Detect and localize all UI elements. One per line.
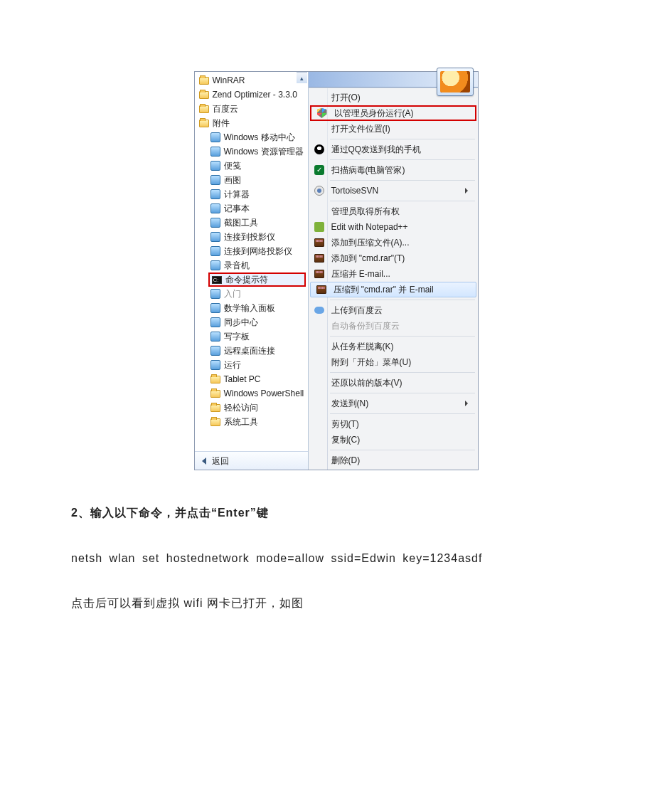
after-command-text: 点击后可以看到虚拟 wifi 网卡已打开，如图 — [71, 596, 601, 611]
program-item-label: Tablet PC — [224, 375, 261, 383]
start-menu-user-strip — [309, 72, 478, 88]
program-item[interactable]: 计算器 — [197, 187, 308, 201]
rar-icon — [311, 253, 327, 264]
program-item[interactable]: 写字板 — [197, 329, 308, 344]
program-item[interactable]: 连接到投影仪 — [197, 230, 308, 244]
context-menu-item[interactable]: 管理员取得所有权 — [309, 203, 478, 219]
app-icon — [210, 217, 221, 228]
context-menu-separator — [330, 159, 475, 160]
context-menu-item-label: 添加到 "cmd.rar"(T) — [331, 254, 468, 263]
step-2-heading: 2、输入以下命令，并点击“Enter”键 — [71, 506, 601, 521]
program-item[interactable]: 便笺 — [197, 159, 308, 173]
qq-icon — [311, 144, 327, 155]
program-item-label: 入门 — [224, 290, 241, 298]
context-menu-item[interactable]: 还原以前的版本(V) — [309, 375, 478, 391]
program-item[interactable]: WinRAR — [197, 73, 308, 88]
context-menu-item-label: 打开文件位置(I) — [331, 125, 468, 133]
program-item-label: 同步中心 — [224, 318, 258, 327]
npp-icon — [311, 221, 327, 233]
user-avatar[interactable] — [437, 68, 474, 96]
context-menu-item[interactable]: 添加到 "cmd.rar"(T) — [309, 250, 478, 266]
rar-icon — [311, 268, 327, 280]
context-menu-item[interactable]: 通过QQ发送到我的手机 — [309, 142, 478, 157]
context-menu-item[interactable]: 发送到(N) — [309, 396, 478, 411]
shield-icon — [314, 107, 330, 119]
program-item[interactable]: 轻松访问 — [197, 401, 308, 415]
program-item[interactable]: 附件 — [197, 116, 308, 130]
program-item[interactable]: 记事本 — [197, 201, 308, 216]
program-item[interactable]: 入门 — [197, 287, 308, 301]
program-item-label: 命令提示符 — [225, 275, 268, 284]
context-menu-separator — [330, 450, 475, 450]
folder-icon — [198, 75, 210, 86]
folder-icon — [198, 103, 210, 115]
context-menu-item[interactable]: 剪切(T) — [309, 416, 478, 432]
program-item-label: Zend Optimizer - 3.3.0 — [213, 90, 297, 99]
context-menu-item[interactable]: 以管理员身份运行(A) — [310, 105, 476, 121]
context-menu-item-label: 添加到压缩文件(A)... — [331, 238, 468, 247]
program-item-label: 轻松访问 — [224, 403, 258, 412]
program-item[interactable]: 数学输入面板 — [197, 301, 308, 315]
context-menu-item[interactable]: 压缩到 "cmd.rar" 并 E-mail — [310, 282, 476, 297]
program-item[interactable]: Windows 资源管理器 — [197, 144, 308, 159]
context-menu-separator — [330, 372, 475, 373]
program-item[interactable]: 画图 — [197, 173, 308, 187]
program-item[interactable]: Tablet PC — [197, 372, 308, 386]
program-item-label: 运行 — [224, 361, 241, 369]
program-item-label: 画图 — [224, 176, 241, 184]
blank-icon — [311, 123, 327, 134]
program-item[interactable]: 系统工具 — [197, 415, 308, 429]
program-item-label: 系统工具 — [224, 418, 258, 426]
back-arrow-icon — [202, 457, 206, 465]
program-item[interactable]: 远程桌面连接 — [197, 344, 308, 358]
context-menu-item[interactable]: 附到「开始」菜单(U) — [309, 354, 478, 370]
program-item[interactable]: 百度云 — [197, 102, 308, 116]
context-menu-separator — [330, 300, 475, 300]
start-menu-back[interactable]: 返回 — [195, 451, 308, 470]
context-menu-item-label: 压缩到 "cmd.rar" 并 E-mail — [334, 285, 466, 294]
context-menu-item[interactable]: TortoiseSVN — [309, 183, 478, 199]
blank-icon — [311, 377, 327, 388]
blank-icon — [311, 320, 327, 332]
app-icon — [210, 260, 221, 271]
app-icon — [210, 160, 221, 171]
app-icon — [210, 317, 221, 328]
program-item-label: 便笺 — [224, 162, 241, 170]
program-item[interactable]: 同步中心 — [197, 315, 308, 329]
app-icon — [210, 146, 221, 157]
scroll-up-button[interactable]: ▴ — [297, 72, 307, 83]
context-menu-item-label: 压缩并 E-mail... — [331, 270, 468, 278]
context-menu-item-label: 以管理员身份运行(A) — [334, 109, 465, 117]
program-item[interactable]: 运行 — [197, 358, 308, 372]
context-menu-item[interactable]: 添加到压缩文件(A)... — [309, 235, 478, 250]
context-menu-item[interactable]: 复制(C) — [309, 432, 478, 448]
command-text: netsh wlan set hostednetwork mode=allow … — [71, 552, 601, 565]
context-menu-item[interactable]: 扫描病毒(电脑管家) — [309, 162, 478, 178]
program-item-label: 连接到投影仪 — [224, 233, 275, 241]
context-menu-separator — [330, 201, 475, 201]
cloud-icon — [311, 305, 327, 316]
back-label: 返回 — [212, 457, 229, 465]
program-item-cmd-highlight[interactable]: C:命令提示符 — [208, 272, 306, 287]
context-menu-item-label: 扫描病毒(电脑管家) — [331, 166, 468, 174]
program-item[interactable]: Windows 移动中心 — [197, 130, 308, 144]
program-item[interactable]: Windows PowerShell — [197, 386, 308, 401]
blank-icon — [311, 356, 327, 368]
screenshot-figure: WinRARZend Optimizer - 3.3.0百度云附件Windows… — [194, 71, 479, 470]
program-item[interactable]: 连接到网络投影仪 — [197, 244, 308, 258]
app-icon — [210, 331, 221, 342]
context-menu-item[interactable]: 删除(D) — [309, 453, 478, 468]
program-item[interactable]: 录音机 — [197, 258, 308, 272]
folder-icon — [210, 402, 221, 413]
program-item[interactable]: Zend Optimizer - 3.3.0 — [197, 88, 308, 102]
program-item[interactable]: 截图工具 — [197, 216, 308, 230]
context-menu-item[interactable]: 压缩并 E-mail... — [309, 266, 478, 282]
context-menu-item[interactable]: 从任务栏脱离(K) — [309, 339, 478, 354]
context-menu-item-label: 从任务栏脱离(K) — [331, 342, 468, 351]
app-icon — [210, 189, 221, 200]
context-menu-item[interactable]: Edit with Notepad++ — [309, 219, 478, 235]
context-menu-item[interactable]: 打开文件位置(I) — [309, 121, 478, 137]
submenu-arrow-icon — [465, 188, 468, 194]
context-menu-item[interactable]: 上传到百度云 — [309, 302, 478, 318]
program-item-label: 记事本 — [224, 204, 250, 213]
